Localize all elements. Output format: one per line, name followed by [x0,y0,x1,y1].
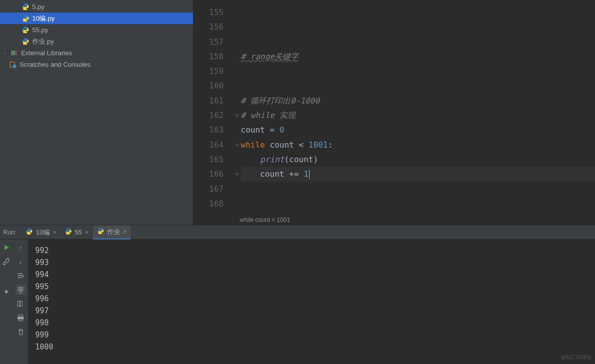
scratches-node[interactable]: Scratches and Consoles [0,59,193,70]
line-gutter[interactable]: 1551561571581591601611621631641651661671… [193,0,234,214]
python-file-icon [65,228,72,236]
file-label: 55.py [32,26,48,34]
scratches-icon [9,61,17,68]
svg-rect-8 [19,315,23,317]
soft-wrap-icon[interactable] [16,271,26,281]
file-label: 作业.py [32,37,54,46]
svg-point-5 [13,65,17,68]
python-file-icon [22,15,29,22]
run-tab-label: 10编 [36,228,49,237]
close-icon[interactable]: × [53,228,57,236]
svg-rect-1 [13,51,14,55]
scroll-to-end-icon[interactable] [16,285,26,295]
library-icon [11,49,18,57]
scratches-label: Scratches and Consoles [20,61,90,68]
run-toolbar-left [0,239,13,364]
code-content[interactable]: # range关键字 # 循环打印出0-1000# while 实现count … [241,0,595,214]
run-tab[interactable]: 55× [61,225,93,239]
watermark: @51CTO博客 [561,354,592,361]
svg-rect-2 [14,51,15,55]
print-icon[interactable] [16,313,26,323]
columns-icon[interactable] [16,299,26,309]
breadcrumb[interactable]: while count < 1001 [193,214,595,225]
external-libraries-label: External Libraries [21,49,72,57]
external-libraries-node[interactable]: › External Libraries [0,47,193,59]
run-tab[interactable]: 作业× [93,225,131,239]
run-icon[interactable] [2,242,12,253]
fold-column[interactable]: ⊖⊖⊖ [234,0,241,214]
python-file-icon [26,228,33,236]
run-tab-label: 作业 [107,227,120,236]
file-tree-item[interactable]: 5.py [0,1,193,13]
run-label: Run: [0,228,22,236]
file-tree-item[interactable]: 55.py [0,24,193,36]
svg-rect-6 [18,301,20,306]
run-toolbar-arrows: ↑ ↓ [13,239,28,364]
close-icon[interactable]: × [85,228,89,236]
code-editor[interactable]: 1551561571581591601611621631641651661671… [193,0,595,225]
run-tab-label: 55 [75,228,82,236]
python-file-icon [22,3,29,11]
run-tabs-bar: Run: 10编×55×作业× [0,225,595,239]
close-icon[interactable]: × [123,228,127,235]
svg-rect-3 [16,51,17,55]
wrench-icon[interactable] [2,257,12,267]
python-file-icon [22,38,29,45]
project-sidebar[interactable]: 5.py10编.py55.py作业.py › External Librarie… [0,0,193,225]
svg-rect-7 [20,301,22,306]
arrow-up-icon[interactable]: ↑ [16,242,26,253]
run-panel: Run: 10编×55×作业× ↑ ↓ [0,225,595,364]
svg-rect-0 [11,51,12,55]
breadcrumb-text: while count < 1001 [240,216,290,223]
console-output[interactable]: 992 993 994 995 996 997 998 999 1000 [28,239,595,364]
pin-icon[interactable] [2,287,12,297]
python-file-icon [97,227,104,236]
arrow-down-icon[interactable]: ↓ [16,257,26,267]
chevron-right-icon: › [4,51,9,56]
file-label: 5.py [32,3,45,11]
file-tree-item[interactable]: 10编.py [0,13,193,24]
python-file-icon [22,26,29,34]
file-label: 10编.py [32,14,55,23]
run-tab[interactable]: 10编× [22,225,60,239]
file-tree-item[interactable]: 作业.py [0,36,193,47]
trash-icon[interactable] [16,327,26,337]
